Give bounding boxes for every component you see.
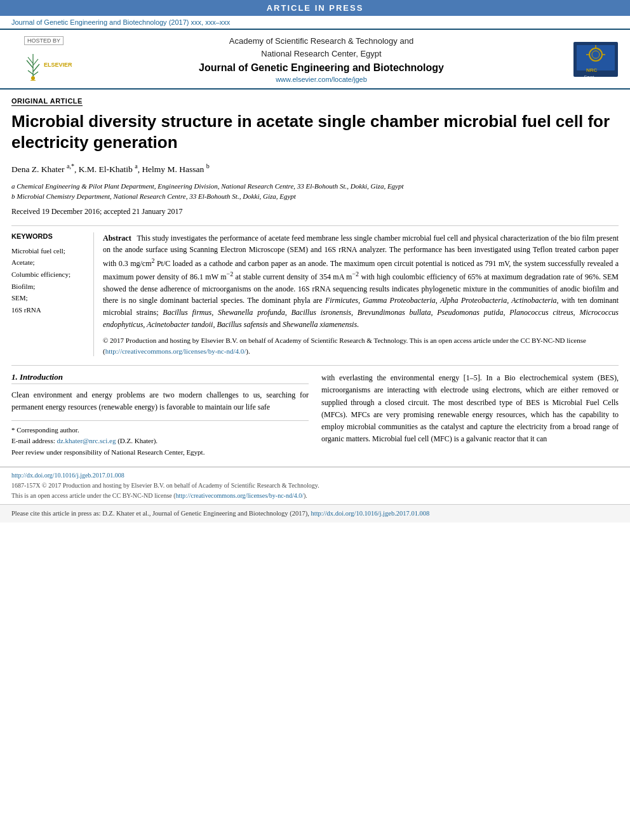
- copyright-link[interactable]: http://creativecommons.org/licenses/by-n…: [105, 347, 246, 355]
- introduction-text-left: Clean environment and energy problems ar…: [11, 389, 309, 413]
- elsevier-section: HOSTED BY ELSEVIER: [9, 36, 79, 83]
- svg-line-2: [33, 64, 39, 72]
- nrc-logo-icon: NRC Egypt: [570, 39, 621, 80]
- svg-text:ELSEVIER: ELSEVIER: [44, 62, 72, 68]
- received-line: Received 19 December 2016; accepted 21 J…: [11, 207, 619, 217]
- column-right: with everlasting the environmental energ…: [321, 372, 619, 458]
- keyword-5: SEM;: [11, 292, 87, 304]
- author-1: Dena Z. Khater: [11, 164, 67, 174]
- hosted-by-label: HOSTED BY: [24, 36, 64, 45]
- citation-bar: Please cite this article in press as: D.…: [0, 504, 630, 523]
- abstract-copyright: © 2017 Production and hosting by Elsevie…: [103, 335, 619, 356]
- doi-line: http://dx.doi.org/10.1016/j.jgeb.2017.01…: [11, 470, 619, 481]
- svg-line-4: [33, 59, 38, 65]
- citation-text: Please cite this article in press as: D.…: [11, 510, 309, 517]
- abstract-text: Abstract This study investigates the per…: [103, 232, 619, 331]
- corresponding-note: * Corresponding author.: [11, 425, 309, 436]
- keyword-3: Columbic efficiency;: [11, 269, 87, 281]
- keyword-4: Biofilm;: [11, 281, 87, 293]
- affiliation-a: a Chemical Engineering & Pilot Plant Dep…: [11, 181, 619, 192]
- keyword-1: Microbial fuel cell;: [11, 245, 87, 257]
- main-content: ORIGINAL ARTICLE Microbial diversity str…: [0, 90, 630, 458]
- article-type-label: ORIGINAL ARTICLE: [11, 97, 83, 106]
- journal-url: www.elsevier.com/locate/jgeb: [85, 76, 558, 83]
- bottom-strip: http://dx.doi.org/10.1016/j.jgeb.2017.01…: [0, 467, 630, 504]
- nrc-logo-section: NRC Egypt: [564, 39, 621, 80]
- open-access-link[interactable]: http://creativecommons.org/licenses/by-n…: [176, 492, 304, 499]
- authors-line: Dena Z. Khater a,*, K.M. El-Khatib a, He…: [11, 163, 619, 175]
- column-left: 1. Introduction Clean environment and en…: [11, 372, 309, 458]
- keywords-column: KEYWORDS Microbial fuel cell; Acetate; C…: [11, 232, 94, 357]
- svg-line-1: [27, 60, 33, 68]
- author-3-sup: b: [206, 163, 210, 170]
- journal-name-heading: Journal of Genetic Engineering and Biote…: [85, 62, 558, 74]
- journal-header: HOSTED BY ELSEVIER Academy of Scientific…: [0, 29, 630, 90]
- citation-doi-link[interactable]: http://dx.doi.org/10.1016/j.jgeb.2017.01…: [311, 510, 430, 517]
- article-title: Microbial diversity structure in acetate…: [11, 111, 619, 152]
- email-link[interactable]: dz.khater@nrc.sci.eg: [57, 437, 116, 444]
- svg-line-6: [33, 72, 38, 76]
- keyword-6: 16S rRNA: [11, 304, 87, 316]
- keywords-title: KEYWORDS: [11, 232, 87, 240]
- footnote-area: * Corresponding author. E-mail address: …: [11, 420, 309, 458]
- open-access-line: This is an open access article under the…: [11, 491, 619, 501]
- svg-line-5: [28, 70, 33, 74]
- svg-text:Egypt: Egypt: [584, 75, 594, 79]
- author-1-sup: a,*: [67, 163, 74, 170]
- abstract-keywords-section: KEYWORDS Microbial fuel cell; Acetate; C…: [11, 225, 619, 357]
- elsevier-logo-icon: ELSEVIER: [15, 48, 72, 83]
- affiliations: a Chemical Engineering & Pilot Plant Dep…: [11, 181, 619, 202]
- body-two-col: 1. Introduction Clean environment and en…: [11, 365, 619, 458]
- journal-info-center: Academy of Scientific Research & Technol…: [85, 35, 558, 83]
- institution-name: Academy of Scientific Research & Technol…: [85, 35, 558, 60]
- author-sep-1: , K.M. El-Khatib: [74, 164, 135, 174]
- affiliation-b: b Microbial Chemistry Department, Nation…: [11, 191, 619, 202]
- keyword-2: Acetate;: [11, 257, 87, 269]
- svg-point-7: [31, 76, 35, 80]
- abstract-label: Abstract: [103, 234, 131, 243]
- email-author: (D.Z. Khater).: [117, 437, 158, 444]
- author-sep-2: , Helmy M. Hassan: [138, 164, 206, 174]
- email-label: E-mail address:: [11, 437, 55, 444]
- svg-text:NRC: NRC: [586, 67, 598, 73]
- peer-review-note: Peer review under responsibility of Nati…: [11, 447, 309, 458]
- article-in-press-banner: ARTICLE IN PRESS: [0, 0, 630, 16]
- abstract-column: Abstract This study investigates the per…: [103, 232, 619, 357]
- doi-link[interactable]: http://dx.doi.org/10.1016/j.jgeb.2017.01…: [11, 472, 124, 479]
- svg-rect-8: [30, 80, 36, 81]
- keywords-list: Microbial fuel cell; Acetate; Columbic e…: [11, 245, 87, 316]
- email-line: E-mail address: dz.khater@nrc.sci.eg (D.…: [11, 436, 309, 447]
- issn-line: 1687-157X © 2017 Production and hosting …: [11, 481, 619, 491]
- journal-title-line: Journal of Genetic Engineering and Biote…: [0, 16, 630, 29]
- introduction-text-right: with everlasting the environmental energ…: [321, 372, 619, 445]
- introduction-heading: 1. Introduction: [11, 372, 309, 384]
